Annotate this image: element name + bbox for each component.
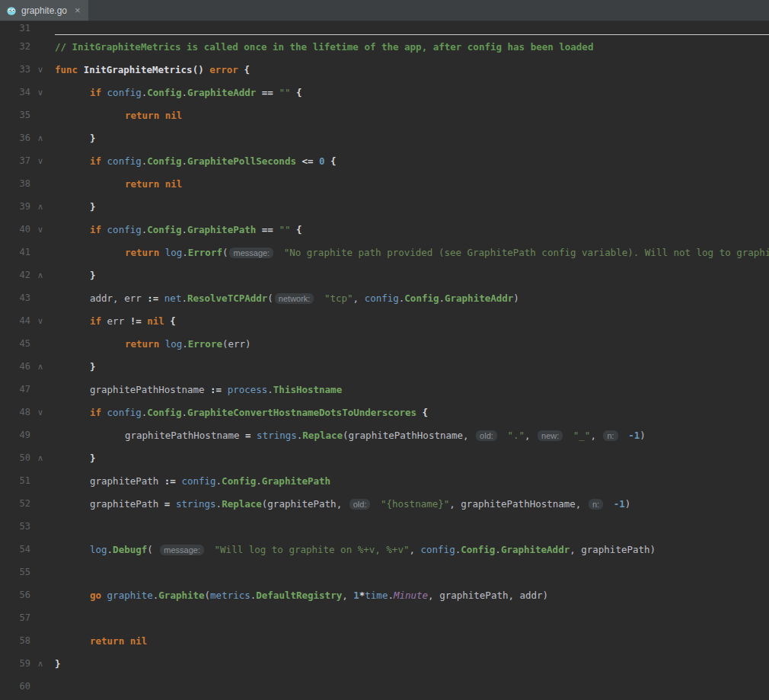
parameter-hint[interactable]: message: bbox=[160, 545, 204, 555]
line-number[interactable]: 49 bbox=[0, 430, 30, 440]
code-line[interactable]: 37∨if config.Config.GraphitePollSeconds … bbox=[0, 149, 769, 172]
line-number[interactable]: 50 bbox=[0, 452, 30, 463]
line-number[interactable]: 42 bbox=[0, 270, 30, 280]
code-line[interactable]: 50∧} bbox=[0, 446, 769, 469]
line-number[interactable]: 48 bbox=[0, 407, 30, 417]
code-text: graphitePath = strings.Replace(graphiteP… bbox=[50, 498, 769, 510]
code-line[interactable]: 59∧} bbox=[0, 652, 769, 675]
line-number[interactable]: 58 bbox=[0, 635, 30, 646]
token-plain: . bbox=[216, 475, 222, 487]
code-line[interactable]: 39∧} bbox=[0, 195, 769, 218]
line-number[interactable]: 38 bbox=[0, 178, 30, 189]
line-number[interactable]: 47 bbox=[0, 384, 30, 395]
code-editor[interactable]: 3132// InitGraphiteMetrics is called onc… bbox=[0, 21, 769, 700]
line-number[interactable]: 46 bbox=[0, 361, 30, 372]
fold-end-icon[interactable]: ∧ bbox=[30, 660, 50, 668]
line-number[interactable]: 53 bbox=[0, 521, 30, 532]
code-line[interactable]: 43addr, err := net.ResolveTCPAddr(networ… bbox=[0, 286, 769, 309]
line-number[interactable]: 54 bbox=[0, 544, 30, 555]
line-number[interactable]: 31 bbox=[0, 23, 30, 34]
code-line[interactable]: 40∨if config.Config.GraphitePath == "" { bbox=[0, 218, 769, 241]
code-line[interactable]: 60 bbox=[0, 675, 769, 698]
token-kw: func bbox=[55, 64, 84, 75]
line-number[interactable]: 35 bbox=[0, 110, 30, 120]
fold-end-icon[interactable]: ∧ bbox=[30, 271, 50, 280]
code-line[interactable]: 41return log.Errorf(message: "No graphit… bbox=[0, 241, 769, 264]
fold-end-icon[interactable]: ∧ bbox=[30, 134, 50, 142]
line-number[interactable]: 51 bbox=[0, 475, 30, 486]
code-line[interactable]: 35return nil bbox=[0, 104, 769, 126]
token-string: "{hostname}" bbox=[375, 498, 449, 510]
code-line[interactable]: 36∧} bbox=[0, 126, 769, 149]
code-lines: 3132// InitGraphiteMetrics is called onc… bbox=[0, 21, 769, 698]
code-text: } bbox=[50, 133, 769, 144]
token-pkg: strings bbox=[176, 498, 216, 510]
code-line[interactable]: 47graphitePathHostname := process.ThisHo… bbox=[0, 378, 769, 401]
line-number[interactable]: 59 bbox=[0, 658, 30, 669]
code-line[interactable]: 52graphitePath = strings.Replace(graphit… bbox=[0, 492, 769, 515]
parameter-hint[interactable]: old: bbox=[349, 499, 371, 510]
line-number[interactable]: 57 bbox=[0, 612, 30, 623]
fold-end-icon[interactable]: ∧ bbox=[30, 363, 50, 371]
token-kw: error bbox=[209, 64, 238, 75]
line-number[interactable]: 37 bbox=[0, 155, 30, 166]
tab-close-icon[interactable]: × bbox=[75, 5, 81, 15]
line-number[interactable]: 55 bbox=[0, 567, 30, 577]
parameter-hint[interactable]: new: bbox=[538, 430, 563, 441]
fold-start-icon[interactable]: ∨ bbox=[30, 157, 50, 165]
line-number[interactable]: 60 bbox=[0, 681, 30, 692]
code-line[interactable]: 32// InitGraphiteMetrics is called once … bbox=[0, 35, 769, 58]
fold-end-icon[interactable]: ∧ bbox=[30, 203, 50, 211]
parameter-hint[interactable]: n: bbox=[589, 499, 603, 510]
parameter-hint[interactable]: n: bbox=[603, 430, 617, 441]
line-number[interactable]: 44 bbox=[0, 315, 30, 326]
token-op: } bbox=[90, 201, 96, 213]
fold-start-icon[interactable]: ∨ bbox=[30, 408, 50, 417]
parameter-hint[interactable]: network: bbox=[275, 293, 314, 304]
code-line[interactable]: 42∧} bbox=[0, 264, 769, 286]
token-op: == bbox=[256, 224, 279, 235]
code-line[interactable]: 34∨if config.Config.GraphiteAddr == "" { bbox=[0, 81, 769, 104]
code-line[interactable]: 44∨if err != nil { bbox=[0, 309, 769, 332]
fold-start-icon[interactable]: ∨ bbox=[30, 225, 50, 234]
code-line[interactable]: 57 bbox=[0, 606, 769, 629]
parameter-hint[interactable]: message: bbox=[229, 248, 273, 258]
code-text: graphitePathHostname := process.ThisHost… bbox=[50, 384, 769, 395]
code-line[interactable]: 49graphitePathHostname = strings.Replace… bbox=[0, 424, 769, 446]
code-line[interactable]: 51graphitePath := config.Config.Graphite… bbox=[0, 469, 769, 492]
code-line[interactable]: 54log.Debugf( message: "Will log to grap… bbox=[0, 538, 769, 561]
line-number[interactable]: 45 bbox=[0, 338, 30, 349]
line-number[interactable]: 33 bbox=[0, 64, 30, 75]
line-number[interactable]: 32 bbox=[0, 41, 30, 52]
parameter-hint[interactable]: old: bbox=[476, 430, 497, 441]
tab-graphite-go[interactable]: graphite.go × bbox=[0, 0, 88, 21]
line-number[interactable]: 43 bbox=[0, 292, 30, 303]
line-number[interactable]: 52 bbox=[0, 498, 30, 509]
code-line[interactable]: 58return nil bbox=[0, 629, 769, 652]
code-line[interactable]: 55 bbox=[0, 561, 769, 583]
token-plain: , bbox=[409, 544, 420, 555]
line-number[interactable]: 40 bbox=[0, 224, 30, 235]
code-text: return nil bbox=[50, 178, 769, 190]
code-line[interactable]: 38return nil bbox=[0, 172, 769, 195]
code-line[interactable]: 33∨func InitGraphiteMetrics() error { bbox=[0, 58, 769, 81]
code-line[interactable]: 53 bbox=[0, 515, 769, 538]
code-line[interactable]: 31 bbox=[0, 21, 769, 35]
line-number[interactable]: 39 bbox=[0, 201, 30, 212]
code-line[interactable]: 56go graphite.Graphite(metrics.DefaultRe… bbox=[0, 583, 769, 606]
line-number[interactable]: 41 bbox=[0, 247, 30, 257]
code-line[interactable]: 46∧} bbox=[0, 355, 769, 378]
fold-end-icon[interactable]: ∧ bbox=[30, 454, 50, 462]
token-member: Config bbox=[461, 544, 495, 555]
fold-start-icon[interactable]: ∨ bbox=[30, 66, 50, 74]
token-pkg: log bbox=[165, 247, 183, 258]
code-line[interactable]: 48∨if config.Config.GraphiteConvertHostn… bbox=[0, 401, 769, 424]
line-number[interactable]: 34 bbox=[0, 87, 30, 97]
token-pkg: config bbox=[365, 292, 399, 304]
code-line[interactable]: 45return log.Errore(err) bbox=[0, 332, 769, 355]
fold-start-icon[interactable]: ∨ bbox=[30, 88, 50, 97]
line-number[interactable]: 36 bbox=[0, 133, 30, 143]
fold-start-icon[interactable]: ∨ bbox=[30, 317, 50, 325]
token-pkg: config bbox=[107, 224, 142, 235]
line-number[interactable]: 56 bbox=[0, 590, 30, 600]
